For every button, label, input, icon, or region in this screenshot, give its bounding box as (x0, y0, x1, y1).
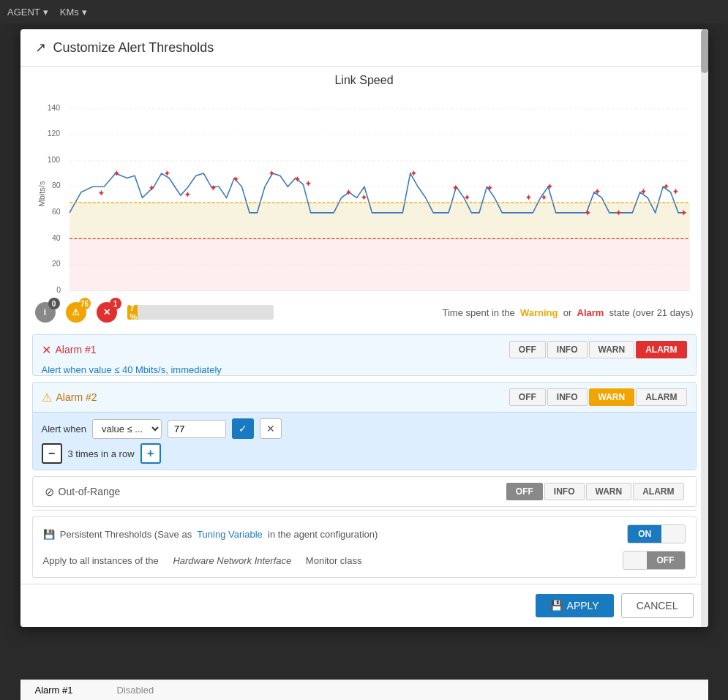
svg-text:40: 40 (52, 233, 61, 241)
svg-text:✦: ✦ (593, 187, 600, 196)
kms-label: KMs (60, 7, 79, 18)
apply-italic: Hardware Network Interface (173, 555, 291, 566)
oor-info-btn[interactable]: INFO (544, 483, 585, 500)
agent-menu[interactable]: AGENT ▾ (7, 7, 48, 18)
chart-icon: ↗ (35, 39, 46, 56)
warn-count: 76 (79, 298, 91, 309)
svg-text:Fri, 14:00: Fri, 14:00 (293, 295, 325, 296)
svg-text:Fri, 19:00: Fri, 19:00 (572, 295, 604, 296)
svg-text:Fri, 15:00: Fri, 15:00 (349, 295, 381, 296)
alert-when-label: Alert when (42, 424, 86, 434)
svg-text:✦: ✦ (639, 187, 646, 196)
svg-text:✦: ✦ (305, 179, 312, 188)
chart-title: Link Speed (35, 74, 694, 87)
svg-text:Fri, 16:00: Fri, 16:00 (405, 295, 437, 296)
svg-text:✦: ✦ (345, 188, 351, 197)
scroll-thumb (701, 29, 708, 73)
svg-text:Fri, 11:00: Fri, 11:00 (125, 295, 157, 296)
svg-text:140: 140 (47, 103, 60, 112)
svg-rect-16 (70, 238, 690, 290)
scroll-indicator[interactable] (701, 29, 708, 627)
modal-title: Customize Alert Thresholds (53, 40, 214, 56)
chart-section: Link Speed Mbits/s .tick-text { font-siz… (20, 67, 708, 296)
alarm1-header: ✕ Alarm #1 OFF INFO WARN ALARM (33, 335, 696, 364)
tuning-link[interactable]: Tuning Variable (197, 529, 263, 540)
alert-when-row: Alert when value ≤ ... ✓ ✕ (42, 418, 687, 439)
svg-text:Fri, 10:00: Fri, 10:00 (70, 295, 102, 296)
chart-container: Mbits/s .tick-text { font-size: 10px; fi… (35, 91, 694, 296)
svg-text:✦: ✦ (233, 175, 239, 184)
kms-menu[interactable]: KMs ▾ (60, 7, 87, 18)
apply-on-btn[interactable] (623, 552, 646, 569)
svg-rect-17 (70, 203, 690, 239)
svg-text:✦: ✦ (452, 184, 459, 192)
persistent-on-btn[interactable]: ON (628, 525, 661, 543)
apply-off-btn[interactable]: OFF (647, 552, 685, 569)
alarm2-alarm-btn[interactable]: ALARM (636, 388, 686, 406)
stats-text: Time spent in the Warning or Alarm state… (443, 307, 694, 318)
oor-icon: ⊘ (45, 485, 54, 499)
warn-icon: ⚠ (72, 307, 80, 317)
persistent-off-btn[interactable] (661, 525, 684, 543)
svg-text:✦: ✦ (525, 192, 531, 201)
apply-toggle: OFF (623, 551, 685, 570)
progress-bar-wrap: 7 % (127, 305, 274, 320)
increment-btn[interactable]: + (140, 443, 161, 464)
alarm2-header: ⚠ Alarm #2 OFF INFO WARN ALARM (33, 383, 696, 412)
alert-condition-select[interactable]: value ≤ ... (92, 419, 162, 439)
customize-thresholds-modal: ↗ Customize Alert Thresholds Link Speed … (20, 29, 708, 627)
agent-label: AGENT (7, 7, 40, 18)
info-icon: i (44, 307, 46, 317)
svg-text:✦: ✦ (148, 184, 154, 192)
modal-footer: 💾 APPLY CANCEL (20, 584, 708, 627)
svg-text:✦: ✦ (209, 184, 216, 192)
chart-svg: .tick-text { font-size: 10px; fill: #666… (35, 91, 694, 296)
info-badge: i 0 (35, 302, 56, 323)
oor-warn-btn[interactable]: WARN (586, 483, 632, 500)
times-label: 3 times in a row (68, 448, 135, 459)
svg-text:✦: ✦ (547, 181, 553, 190)
apply-all-row: Apply to all instances of the Hardware N… (43, 551, 686, 570)
oor-buttons: OFF INFO WARN ALARM (506, 483, 684, 500)
alarm2-warn-btn[interactable]: WARN (589, 388, 635, 406)
floppy-icon: 💾 (550, 600, 563, 611)
alarm2-buttons: OFF INFO WARN ALARM (509, 388, 687, 406)
progress-bar-fill: 7 % (127, 305, 138, 320)
svg-text:✦: ✦ (540, 192, 547, 201)
warn-badge: ⚠ 76 (66, 302, 86, 323)
apply-label2: Monitor class (306, 555, 362, 566)
alert-cancel-btn[interactable]: ✕ (260, 418, 282, 439)
save-icon: 💾 (43, 529, 55, 540)
oor-off-btn[interactable]: OFF (506, 483, 543, 500)
svg-text:✦: ✦ (113, 169, 119, 178)
warning-text: Warning (520, 307, 558, 318)
svg-text:100: 100 (47, 155, 60, 164)
alarm2-off-btn[interactable]: OFF (509, 388, 546, 406)
alarm1-alarm-btn[interactable]: ALARM (636, 341, 686, 358)
apply-button[interactable]: 💾 APPLY (536, 594, 614, 617)
alarm1-link[interactable]: Alert when value ≤ 40 Mbits/s, immediate… (33, 361, 230, 381)
oor-alarm-btn[interactable]: ALARM (633, 483, 683, 500)
decrement-btn[interactable]: − (42, 443, 62, 464)
alert-value-input[interactable] (168, 420, 226, 438)
oor-section: ⊘ Out-of-Range OFF INFO WARN ALARM (32, 476, 697, 507)
alarm1-info-btn[interactable]: INFO (547, 341, 588, 358)
alarm-x-icon: ✕ (103, 307, 110, 317)
svg-text:✦: ✦ (410, 169, 416, 178)
persistent-section: 💾 Persistent Thresholds (Save as Tuning … (32, 516, 697, 578)
cancel-button[interactable]: CANCEL (621, 593, 694, 618)
modal-body: Link Speed Mbits/s .tick-text { font-siz… (20, 67, 708, 584)
alarm1-title: ✕ Alarm #1 (42, 343, 97, 357)
svg-text:✦: ✦ (293, 175, 300, 184)
alarm2-info-btn[interactable]: INFO (547, 388, 588, 406)
partial-alarm-label: Alarm #1 (35, 685, 73, 696)
times-row: − 3 times in a row + (42, 443, 687, 464)
alarm1-off-btn[interactable]: OFF (509, 341, 546, 358)
alert-confirm-btn[interactable]: ✓ (232, 418, 254, 439)
progress-bar: 7 % (127, 305, 274, 320)
stats-bar: i 0 ⚠ 76 ✕ 1 7 % (20, 296, 708, 328)
alarm1-buttons: OFF INFO WARN ALARM (509, 341, 687, 358)
svg-text:✦: ✦ (680, 208, 687, 217)
alarm1-warn-btn[interactable]: WARN (589, 341, 635, 358)
svg-text:120: 120 (47, 129, 60, 138)
